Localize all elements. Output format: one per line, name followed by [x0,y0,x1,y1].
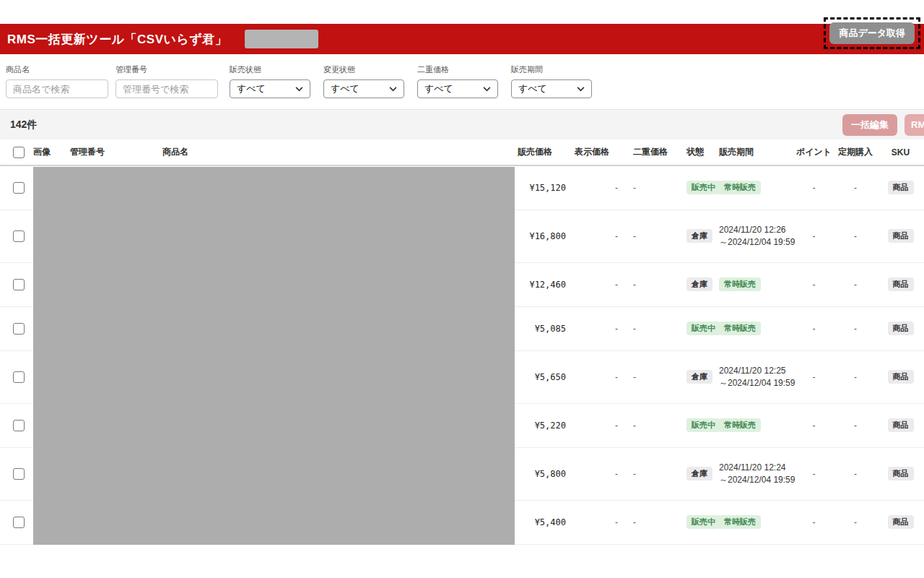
sale-price-cell: ¥5,085 [515,306,570,350]
subscription-cell: - [834,165,877,210]
chevron-down-icon [483,87,491,92]
period-badge: 常時販売 [719,277,761,291]
points-cell: - [794,500,834,544]
column-header-subscription: 定期購入 [834,139,877,165]
filter-group-control-number: 管理番号 [116,64,218,98]
chevron-down-icon [389,87,397,92]
double-price-cell: - [622,350,682,403]
filter-group-double-price: 二重価格 すべて [417,64,498,98]
redacted-product-columns [33,167,515,545]
row-checkbox[interactable] [13,517,25,528]
filter-bar: 商品名 管理番号 販売状態 すべて 変更状態 すべて 二重価格 すべて 販売期間… [0,54,924,109]
display-price-cell: - [570,500,622,544]
subscription-cell: - [834,210,877,262]
filter-group-sales-status: 販売状態 すべて [230,64,310,98]
subscription-cell: - [834,350,877,403]
sale-price-cell: ¥5,800 [515,447,570,500]
change-status-select-value: すべて [331,82,359,95]
sku-badge: 商品 [888,277,914,291]
display-price-cell: - [570,306,622,350]
double-price-select[interactable]: すべて [417,79,498,98]
points-cell: - [794,403,834,447]
filter-group-product-name: 商品名 [6,64,108,98]
status-badge: 倉庫 [687,467,712,480]
display-price-cell: - [570,350,622,403]
double-price-cell: - [622,262,682,306]
points-cell: - [794,306,834,350]
fetch-product-data-button[interactable]: 商品データ取得 [829,22,915,44]
row-checkbox[interactable] [13,323,25,335]
column-header-sale-price: 販売価格 [515,139,570,165]
sales-status-filter-label: 販売状態 [230,64,310,75]
display-price-cell: - [570,262,622,306]
product-name-filter-label: 商品名 [6,64,108,75]
subscription-cell: - [834,262,877,306]
points-cell: - [794,262,834,306]
sales-period-cell: 2024/11/20 12:25～2024/12/04 19:59 [715,350,794,403]
period-badge: 常時販売 [719,515,761,529]
filter-group-change-status: 変更状態 すべて [323,64,404,98]
filter-group-sales-period: 販売期間 すべて [511,64,592,98]
column-header-sku: SKU [877,139,924,165]
double-price-filter-label: 二重価格 [417,64,498,75]
sku-badge: 商品 [888,322,914,335]
sale-price-cell: ¥12,460 [515,262,570,306]
double-price-cell: - [622,165,682,210]
annotation-dashed-highlight: 商品データ取得 [824,17,920,49]
change-status-select[interactable]: すべて [323,79,404,98]
row-checkbox[interactable] [13,420,25,431]
change-status-filter-label: 変更状態 [323,64,404,75]
display-price-cell: - [570,447,622,500]
display-price-cell: - [570,403,622,447]
sku-badge: 商品 [888,467,914,480]
row-checkbox[interactable] [13,371,25,383]
points-cell: - [794,210,834,262]
points-cell: - [794,447,834,500]
sales-period-cell: 2024/11/20 12:26～2024/12/04 19:59 [715,210,794,262]
sku-badge: 商品 [888,370,914,384]
subscription-cell: - [834,447,877,500]
double-price-cell: - [622,447,682,500]
result-toolbar: 142件 一括編集 RMS [0,109,924,139]
column-header-points: ポイント [794,139,834,165]
display-price-cell: - [570,210,622,262]
column-header-status: 状態 [682,139,715,165]
sku-badge: 商品 [888,418,914,432]
redacted-shop-name [245,30,318,48]
bulk-edit-button[interactable]: 一括編集 [842,114,897,136]
sku-badge: 商品 [888,181,914,194]
subscription-cell: - [834,403,877,447]
sales-period-cell: 2024/11/20 12:24～2024/12/04 19:59 [715,447,794,500]
toolbar-buttons: 一括編集 RMS [842,114,924,136]
select-all-checkbox[interactable] [13,147,25,158]
chevron-down-icon [577,87,585,92]
control-number-filter-input[interactable] [116,79,218,98]
status-badge: 倉庫 [687,229,712,243]
sales-period-cell: 常時販売 [715,262,794,306]
sales-period-select[interactable]: すべて [511,79,592,98]
row-checkbox[interactable] [13,279,25,290]
app-title: RMS一括更新ツール「CSVいらず君」 [7,31,227,48]
status-badge: 販売中 [687,322,720,335]
row-checkbox[interactable] [13,468,25,480]
rms-update-button[interactable]: RMS [905,114,924,136]
column-header-image: 画像 [32,139,65,165]
sales-period-cell: 常時販売 [715,165,794,210]
double-price-cell: - [622,306,682,350]
status-badge: 販売中 [687,181,720,194]
column-header-double-price: 二重価格 [622,139,682,165]
result-count: 142件 [10,118,37,131]
control-number-filter-label: 管理番号 [116,64,218,75]
points-cell: - [794,350,834,403]
double-price-cell: - [622,500,682,544]
row-checkbox[interactable] [13,230,25,242]
column-header-product-name: 商品名 [155,139,515,165]
column-header-display-price: 表示価格 [570,139,622,165]
sales-period-cell: 常時販売 [715,403,794,447]
sale-price-cell: ¥5,650 [515,350,570,403]
sale-price-cell: ¥15,120 [515,165,570,210]
product-name-filter-input[interactable] [6,79,108,98]
sales-status-select[interactable]: すべて [230,79,310,98]
row-checkbox[interactable] [13,182,25,194]
status-badge: 倉庫 [687,277,712,291]
